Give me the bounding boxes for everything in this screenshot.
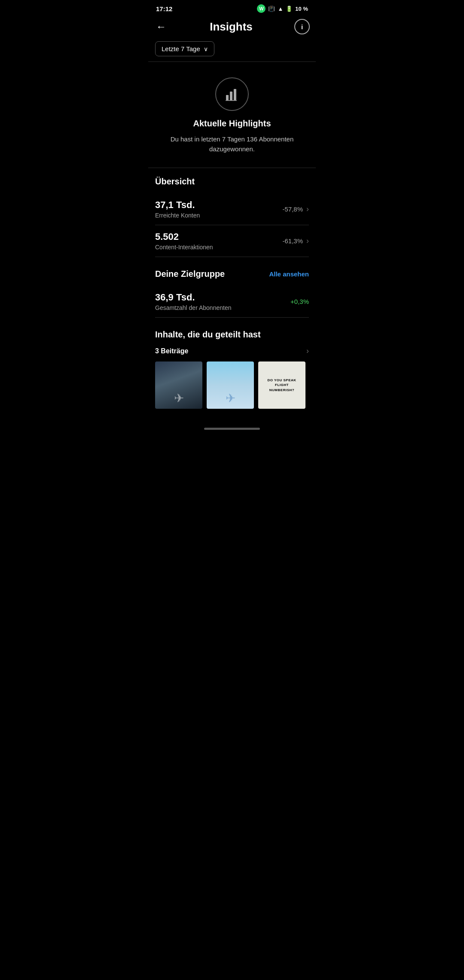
beitraege-label: 3 Beiträge [155,347,188,355]
thumbnail-3-text: DO YOU SPEAKFLIGHTNUMBERISH? [264,374,299,396]
info-icon: i [301,23,303,31]
erreichte-konten-change: -57,8% [282,205,303,213]
svg-rect-2 [234,89,236,100]
content-interaktionen-change: -61,3% [282,237,303,245]
filter-dropdown[interactable]: Letzte 7 Tage ∨ [155,41,214,56]
highlights-title: Aktuelle Highlights [193,119,271,129]
back-arrow-icon: ← [156,21,166,33]
overview-section: Übersicht 37,1 Tsd. Erreichte Konten -57… [148,168,316,257]
content-interaktionen-info: 5.502 Content-Interaktionen [155,231,282,251]
inhalte-title: Inhalte, die du geteilt hast [155,330,309,340]
zielgruppe-header: Deine Zielgruppe Alle ansehen [155,269,309,279]
whatsapp-icon: W [257,4,266,13]
content-interaktionen-right: -61,3% › [282,236,309,245]
beitraege-chevron-icon: › [306,346,309,355]
content-interaktionen-label: Content-Interaktionen [155,244,282,251]
top-nav: ← Insights i [148,15,316,38]
status-time: 17:12 [156,5,172,12]
chart-icon-circle [215,77,249,111]
erreichte-konten-row[interactable]: 37,1 Tsd. Erreichte Konten -57,8% › [155,193,309,225]
svg-rect-1 [230,92,232,100]
chevron-right-icon: › [306,205,309,214]
bottom-handle [148,422,316,436]
abonnenten-label: Gesamtzahl der Abonnenten [155,304,290,311]
alle-ansehen-button[interactable]: Alle ansehen [269,270,309,278]
erreichte-konten-info: 37,1 Tsd. Erreichte Konten [155,199,282,219]
thumbnail-2[interactable] [207,361,254,409]
highlights-section: Aktuelle Highlights Du hast in letzten 7… [148,62,316,168]
thumbnail-3[interactable]: DO YOU SPEAKFLIGHTNUMBERISH? [258,361,305,409]
overview-title: Übersicht [155,177,309,187]
chart-bars-icon [224,86,240,102]
back-button[interactable]: ← [154,19,168,34]
battery-icon: 🔋 [286,6,293,12]
inhalte-section: Inhalte, die du geteilt hast 3 Beiträge … [148,321,316,417]
chevron-down-icon: ∨ [204,46,208,52]
abonnenten-row[interactable]: 36,9 Tsd. Gesamtzahl der Abonnenten +0,3… [155,286,309,318]
audience-section: Deine Zielgruppe Alle ansehen 36,9 Tsd. … [148,260,316,318]
status-bar: 17:12 W 📳 ▲ 🔋 10 % [148,0,316,15]
thumbnail-1[interactable] [155,361,202,409]
vibrate-icon: 📳 [268,6,275,12]
highlights-text: Du hast in letzten 7 Tagen 136 Abonnente… [163,135,301,154]
erreichte-konten-right: -57,8% › [282,205,309,214]
handle-bar [204,428,260,430]
status-icons: W 📳 ▲ 🔋 10 % [257,4,308,13]
filter-label: Letzte 7 Tage [162,45,200,52]
signal-icon: ▲ [278,6,283,12]
abonnenten-change: +0,3% [290,298,309,305]
info-button[interactable]: i [294,19,310,34]
erreichte-konten-value: 37,1 Tsd. [155,199,282,211]
beitraege-row[interactable]: 3 Beiträge › [155,346,309,355]
abonnenten-value: 36,9 Tsd. [155,292,290,303]
chevron-right-icon-2: › [306,236,309,245]
abonnenten-right: +0,3% [290,298,309,305]
svg-rect-3 [226,100,237,101]
thumbnails-row: DO YOU SPEAKFLIGHTNUMBERISH? [155,361,309,417]
content-interaktionen-value: 5.502 [155,231,282,242]
filter-section: Letzte 7 Tage ∨ [148,38,316,61]
erreichte-konten-label: Erreichte Konten [155,212,282,219]
page-title: Insights [168,20,294,34]
battery-percent: 10 % [295,6,308,12]
content-interaktionen-row[interactable]: 5.502 Content-Interaktionen -61,3% › [155,225,309,257]
abonnenten-info: 36,9 Tsd. Gesamtzahl der Abonnenten [155,292,290,311]
zielgruppe-title: Deine Zielgruppe [155,269,225,279]
svg-rect-0 [226,95,229,100]
